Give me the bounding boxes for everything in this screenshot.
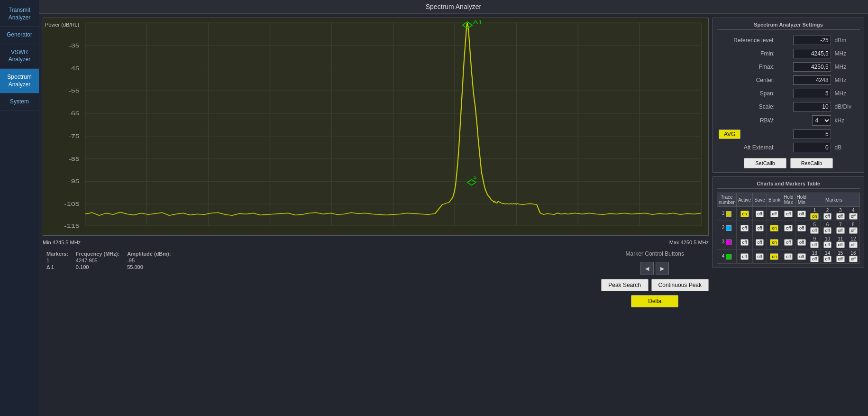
trace3-save[interactable]: off [756, 239, 764, 246]
trace2-save[interactable]: off [756, 225, 764, 231]
sidebar-item-transmit-analyzer[interactable]: TransmitAnalyzer [0, 2, 39, 27]
charts-markers-panel: Charts and Markers Table Tracenumber Act… [713, 176, 864, 268]
scale-unit: dB/Div [833, 100, 860, 113]
marker2-7[interactable]: off [836, 227, 845, 234]
marker1-2[interactable]: off [823, 213, 832, 220]
scale-label: Scale: [717, 100, 777, 113]
fmin-label: Fmin: [717, 47, 777, 60]
trace1-blank[interactable]: off [770, 211, 779, 217]
th-hold-min: HoldMin [795, 193, 808, 207]
trace4-active[interactable]: off [740, 253, 749, 260]
trace-color-4 [726, 254, 731, 259]
svg-text:-85: -85 [68, 156, 80, 162]
rescalib-button[interactable]: ResCalib [790, 158, 833, 168]
trace1-hold-max[interactable]: off [784, 211, 793, 217]
setcalib-button[interactable]: SetCalib [744, 158, 786, 168]
marker1-3[interactable]: off [836, 213, 845, 220]
marker4-14[interactable]: off [823, 256, 832, 262]
charts-markers-table: Tracenumber Active Save Blank HoldMax Ho… [717, 193, 860, 264]
svg-text:-75: -75 [68, 133, 80, 139]
trace3-blank[interactable]: on [770, 239, 778, 246]
marker1-4[interactable]: off [849, 213, 858, 220]
marker-freq-delta1: 0.100 [72, 264, 123, 270]
trace4-hold-max[interactable]: off [784, 253, 793, 260]
th-active: Active [736, 193, 752, 207]
marker4-16[interactable]: off [849, 256, 858, 262]
trace2-hold-max[interactable]: off [784, 225, 793, 231]
trace4-save[interactable]: off [756, 253, 764, 260]
continuous-peak-button[interactable]: Continuous Peak [651, 279, 709, 291]
span-unit: MHz [833, 87, 860, 100]
trace-color-1 [726, 211, 731, 217]
fmin-input[interactable] [793, 49, 831, 58]
trace4-hold-min[interactable]: off [797, 253, 806, 260]
content-area: Power (dB/RL) [39, 14, 868, 416]
nav-right-button[interactable]: ► [656, 262, 669, 275]
trace1-active[interactable]: on [740, 211, 749, 217]
peak-buttons: Peak Search Continuous Peak [601, 279, 709, 291]
avg-button[interactable]: AVG [719, 129, 740, 139]
settings-scale-row: Scale: dB/Div [717, 100, 860, 113]
trace3-hold-min[interactable]: off [797, 239, 806, 246]
rbw-select[interactable]: 4 8 16 [812, 115, 831, 126]
marker3-12[interactable]: off [849, 241, 858, 248]
trace4-blank[interactable]: on [770, 253, 778, 260]
marker-control-label: Marker Control Buttons [626, 250, 684, 257]
bottom-controls: Markers: Frequency (MHz): Amplitude (dBm… [43, 250, 709, 307]
settings-title: Spectrum Analyzer Settings [717, 22, 860, 30]
marker2-5[interactable]: off [810, 227, 819, 234]
ref-level-input[interactable] [793, 36, 831, 45]
nav-left-button[interactable]: ◄ [640, 262, 654, 275]
marker3-11[interactable]: off [836, 241, 845, 248]
peak-search-button[interactable]: Peak Search [601, 279, 649, 291]
fmax-input[interactable] [793, 62, 831, 72]
sidebar-item-generator[interactable]: Generator [0, 27, 39, 44]
freq-min: Min 4245.5 MHz [43, 240, 81, 245]
markers-header: Markers: [43, 250, 72, 257]
sidebar-item-system[interactable]: System [0, 93, 39, 111]
span-input[interactable] [793, 89, 831, 98]
ref-level-label: Reference level: [717, 34, 777, 47]
settings-ref-level-row: Reference level: dBm [717, 34, 860, 47]
svg-text:-45: -45 [68, 65, 80, 71]
att-input[interactable] [793, 143, 831, 152]
avg-input[interactable] [793, 129, 831, 139]
trace3-hold-max[interactable]: off [784, 239, 793, 246]
marker-data-table: Markers: Frequency (MHz): Amplitude (dBm… [43, 250, 174, 270]
scale-input[interactable] [793, 102, 831, 111]
marker3-10[interactable]: off [823, 241, 832, 248]
delta-button[interactable]: Delta [631, 295, 678, 307]
charts-table-body: 1 on off off off off 1 on 2 off 3 off 4 … [717, 207, 860, 264]
center-input[interactable] [793, 75, 831, 85]
center-label: Center: [717, 74, 777, 87]
settings-span-row: Span: MHz [717, 87, 860, 100]
sidebar-item-spectrum-analyzer[interactable]: SpectrumAnalyzer [0, 69, 39, 93]
trace1-hold-min[interactable]: off [797, 211, 806, 217]
right-panel: Spectrum Analyzer Settings Reference lev… [713, 18, 864, 412]
sidebar-item-vswr-analyzer[interactable]: VSWRAnalyzer [0, 44, 39, 69]
trace2-active[interactable]: off [740, 225, 749, 231]
spectrum-chart: Power (dB/RL) [43, 18, 709, 236]
table-row: 3 off off on off off 9 off 10 off 11 off… [717, 235, 860, 250]
settings-avg-row: AVG [717, 128, 860, 141]
marker2-8[interactable]: off [849, 227, 858, 234]
settings-fmin-row: Fmin: MHz [717, 47, 860, 60]
marker4-15[interactable]: off [836, 256, 845, 262]
charts-markers-title: Charts and Markers Table [717, 181, 860, 189]
marker1-1[interactable]: on [810, 213, 819, 220]
svg-text:-115: -115 [64, 223, 80, 229]
marker3-9[interactable]: off [810, 241, 819, 248]
trace3-active[interactable]: off [740, 239, 749, 246]
marker2-6[interactable]: off [823, 227, 832, 234]
settings-panel: Spectrum Analyzer Settings Reference lev… [713, 18, 864, 173]
th-blank: Blank [767, 193, 782, 207]
trace2-hold-min[interactable]: off [797, 225, 806, 231]
marker-data-area: Markers: Frequency (MHz): Amplitude (dBm… [43, 250, 592, 270]
trace1-save[interactable]: off [756, 211, 764, 217]
trace2-blank[interactable]: on [770, 225, 778, 231]
marker-id-1: 1 [43, 257, 72, 264]
svg-text:-65: -65 [68, 111, 80, 117]
trace-color-3 [726, 240, 731, 245]
marker4-13[interactable]: off [810, 256, 819, 262]
freq-max: Max 4250.5 MHz [669, 240, 709, 245]
